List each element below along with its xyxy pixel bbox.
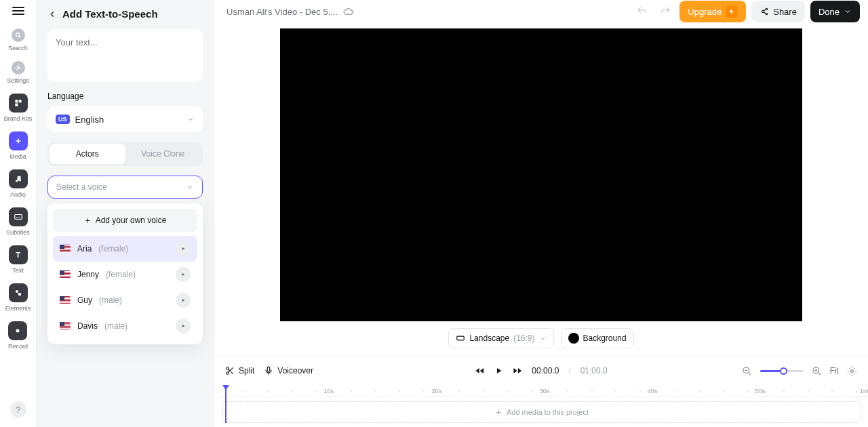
- rail-item-media[interactable]: Media: [9, 131, 28, 160]
- tick: 50s: [755, 388, 766, 394]
- record-icon: [8, 321, 27, 340]
- plus-icon: [84, 217, 92, 224]
- timeline-ruler[interactable]: 10s 20s 30s 40s 50s 1m: [218, 386, 868, 397]
- voiceover-label: Voiceover: [277, 366, 313, 375]
- back-button[interactable]: [47, 9, 57, 19]
- rail-label: Subtitles: [6, 229, 30, 236]
- voice-name: Guy: [77, 296, 92, 305]
- voiceover-button[interactable]: Voiceover: [264, 366, 313, 375]
- voice-select[interactable]: [47, 176, 203, 199]
- landscape-label: Landscape: [469, 333, 509, 343]
- voice-gender: (male): [104, 321, 127, 331]
- elements-icon: [9, 283, 28, 302]
- svg-point-10: [16, 329, 20, 333]
- done-button[interactable]: Done: [810, 1, 860, 22]
- duration-time: 01:00.0: [580, 366, 608, 375]
- language-label: Language: [47, 92, 203, 101]
- project-title[interactable]: Usman Ali's Video - Dec 5,...: [226, 7, 338, 17]
- split-button[interactable]: Split: [225, 366, 254, 375]
- preview-voice-button[interactable]: [176, 267, 191, 282]
- main-area: Usman Ali's Video - Dec 5,... Upgrade Sh…: [214, 0, 868, 427]
- add-voice-button[interactable]: Add your own voice: [53, 209, 197, 232]
- svg-point-8: [16, 290, 18, 293]
- voice-gender: (female): [106, 270, 136, 279]
- redo-button[interactable]: [656, 3, 674, 20]
- tick: 20s: [432, 388, 442, 394]
- rail-label: Audio: [10, 191, 26, 198]
- svg-point-13: [766, 13, 768, 14]
- scissors-icon: [225, 366, 235, 375]
- playhead[interactable]: [222, 385, 229, 392]
- svg-point-0: [16, 33, 19, 37]
- flag-icon: [60, 270, 71, 279]
- rail-item-record[interactable]: Record: [8, 321, 28, 350]
- add-media-track[interactable]: Add media to this project: [222, 401, 861, 423]
- upgrade-button[interactable]: Upgrade: [679, 1, 746, 22]
- menu-button[interactable]: [12, 7, 24, 15]
- zoom-out-button[interactable]: [742, 366, 752, 376]
- gear-icon: [12, 61, 25, 75]
- split-label: Split: [239, 366, 254, 375]
- timeline-settings-button[interactable]: [847, 366, 857, 376]
- svg-point-20: [851, 369, 854, 372]
- svg-point-6: [19, 180, 21, 182]
- fit-button[interactable]: Fit: [830, 366, 839, 375]
- background-label: Background: [583, 333, 627, 343]
- voice-dropdown: Add your own voice Aria (female) Jenny (…: [47, 203, 203, 344]
- rail-label: Search: [8, 45, 28, 52]
- flag-icon: [60, 245, 71, 253]
- svg-rect-3: [18, 100, 21, 102]
- voice-option[interactable]: Guy (male): [53, 287, 197, 313]
- rail-item-search[interactable]: Search: [8, 28, 28, 52]
- share-button[interactable]: Share: [751, 1, 805, 22]
- voice-option[interactable]: Davis (male): [53, 313, 197, 339]
- preview-voice-button[interactable]: [176, 293, 191, 308]
- preview-voice-button[interactable]: [176, 241, 191, 256]
- time-separator: /: [568, 366, 570, 375]
- chevron-down-icon: [539, 335, 547, 342]
- rail-label: Record: [8, 343, 28, 350]
- plus-icon: [9, 131, 28, 150]
- language-select[interactable]: US English: [47, 106, 203, 132]
- svg-point-15: [226, 367, 229, 370]
- voice-gender: (male): [99, 296, 122, 305]
- voice-input[interactable]: [56, 182, 186, 192]
- rail-item-audio[interactable]: Audio: [9, 169, 28, 198]
- search-icon: [12, 28, 25, 42]
- add-media-label: Add media to this project: [507, 408, 589, 416]
- upgrade-label: Upgrade: [688, 7, 722, 17]
- play-button[interactable]: [494, 366, 503, 375]
- us-badge: US: [56, 115, 70, 124]
- add-voice-label: Add your own voice: [96, 216, 167, 225]
- background-swatch: [568, 333, 579, 344]
- rail-label: Media: [9, 153, 26, 160]
- tts-textarea[interactable]: [47, 29, 203, 82]
- timeline[interactable]: 10s 20s 30s 40s 50s 1m Add media to this…: [214, 386, 868, 427]
- panel-title: Add Text-to-Speech: [62, 8, 158, 20]
- rail-label: Settings: [7, 77, 29, 84]
- video-canvas[interactable]: [280, 28, 802, 321]
- tab-voice-clone[interactable]: Voice Clone: [125, 144, 201, 164]
- rail-item-subtitles[interactable]: Subtitles: [6, 207, 30, 236]
- zoom-slider[interactable]: [760, 370, 804, 372]
- left-rail: Search Settings Brand Kits Media Audio S…: [0, 0, 37, 427]
- rewind-button[interactable]: [475, 366, 484, 375]
- landscape-icon: [456, 333, 465, 343]
- cloud-sync-icon[interactable]: [343, 6, 354, 17]
- rail-item-elements[interactable]: Elements: [5, 283, 31, 312]
- undo-button[interactable]: [633, 3, 651, 20]
- chevron-down-icon: [844, 7, 852, 16]
- background-button[interactable]: Background: [561, 328, 634, 348]
- rail-item-settings[interactable]: Settings: [7, 61, 29, 84]
- preview-voice-button[interactable]: [176, 319, 191, 333]
- voice-option[interactable]: Aria (female): [53, 236, 197, 262]
- forward-button[interactable]: [513, 366, 522, 375]
- voice-option[interactable]: Jenny (female): [53, 262, 197, 287]
- rail-item-text[interactable]: T Text: [9, 245, 28, 274]
- aspect-ratio-button[interactable]: Landscape (16:9): [448, 328, 553, 348]
- zoom-in-button[interactable]: [812, 366, 822, 376]
- tab-actors[interactable]: Actors: [50, 144, 125, 164]
- help-button[interactable]: ?: [10, 401, 26, 418]
- rail-item-brand-kits[interactable]: Brand Kits: [4, 94, 33, 122]
- plus-icon: [495, 409, 502, 416]
